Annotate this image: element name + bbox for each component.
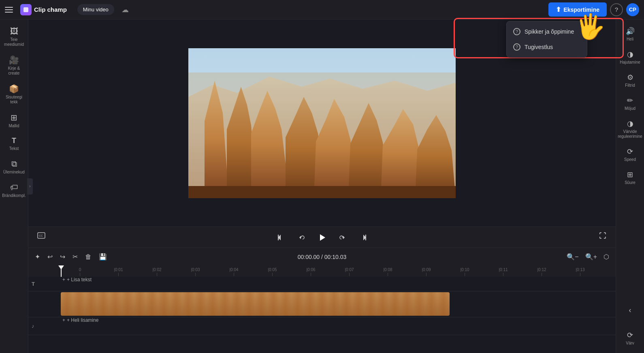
svg-marker-10: [320, 234, 325, 241]
right-sidebar-varvide[interactable]: ◑ Värvide reguleerimine: [617, 116, 643, 142]
sidebar-item-record[interactable]: 🎥 Kirje & create: [2, 52, 26, 79]
video-clip[interactable]: [61, 292, 450, 316]
sidebar-item-brand[interactable]: 🏷 Brändikompl.: [2, 180, 26, 201]
right-sidebar-heli[interactable]: 🔊 Heli: [617, 24, 643, 45]
save-button[interactable]: 💾: [97, 251, 109, 262]
play-icon: [318, 233, 326, 242]
app-logo[interactable]: Clip champ: [20, 4, 67, 15]
video-strip: [61, 292, 450, 316]
varvide-icon: ◑: [627, 119, 633, 128]
tick-11: |0:11: [484, 267, 522, 276]
svg-text:5: 5: [300, 236, 301, 239]
sidebar-item-text[interactable]: T Tekst: [2, 133, 26, 154]
timeline-time: 00:00.00 / 00:10.03: [298, 254, 347, 260]
filtrid-icon: ⚙: [627, 73, 633, 82]
redo-button[interactable]: ↪: [58, 251, 67, 262]
tick-0: 0: [61, 267, 99, 276]
text-track-content[interactable]: + + Lisa tekst: [61, 277, 616, 291]
collapse-icon: ‹: [629, 306, 631, 314]
undo-button[interactable]: ↩: [46, 251, 54, 262]
rewind-button[interactable]: 5: [294, 231, 307, 244]
tick-3: |0:03: [176, 267, 215, 276]
hajutamine-icon: ◑: [627, 50, 633, 59]
record-icon: 🎥: [9, 55, 19, 65]
avatar[interactable]: CP: [626, 3, 639, 16]
help-support-item[interactable]: ? Tugivestlus: [507, 39, 587, 55]
playback-controls: CC 5 5: [28, 227, 616, 248]
help-learn-icon: ?: [513, 28, 520, 35]
timeline-tracks: T + + Lisa tekst: [28, 277, 616, 353]
text-icon: T: [12, 137, 16, 145]
my-video-button[interactable]: Minu video: [77, 4, 114, 15]
forward-icon: 5: [339, 234, 347, 241]
playhead-triangle: [58, 265, 64, 270]
audio-track-content[interactable]: + + Heli lisamine: [61, 317, 616, 335]
play-button[interactable]: [315, 230, 329, 245]
sidebar-collapse-btn[interactable]: ›: [27, 178, 33, 195]
delete-button[interactable]: 🗑: [83, 252, 93, 262]
audio-add-label: + Heli lisamine: [67, 317, 98, 323]
fullscreen-button[interactable]: [596, 229, 609, 242]
right-sidebar-hajutamine[interactable]: ◑ Hajutamine: [617, 47, 643, 68]
mojud-icon: ✏: [627, 96, 633, 105]
skip-forward-button[interactable]: [357, 231, 370, 244]
sidebar-templates-label: Mallid: [9, 124, 19, 128]
timeline-area: ✦ ↩ ↪ ✂ 🗑 💾 00:00.00 / 00:10.03 🔍− 🔍+ ⬡: [28, 248, 616, 353]
svg-text:CC: CC: [39, 234, 43, 237]
tick-13: |0:13: [561, 267, 599, 276]
sidebar-record-label: Kirje & create: [4, 66, 24, 76]
video-frame: [188, 48, 456, 198]
zoom-out-button[interactable]: 🔍−: [565, 251, 580, 262]
media-icon: 🖼: [10, 27, 18, 36]
export-button[interactable]: ⬆ Eksportimine: [548, 2, 607, 17]
help-button[interactable]: ?: [610, 3, 623, 16]
forward-button[interactable]: 5: [337, 231, 350, 244]
canyon-svg: [188, 48, 456, 198]
text-track-add-btn[interactable]: + + Lisa tekst: [61, 277, 616, 282]
help-dropdown: ? Spikker ja õppimine ? Tugivestlus: [506, 21, 587, 58]
varv-icon: ⟳: [627, 331, 633, 340]
filtrid-label: Filtrid: [625, 83, 635, 88]
heli-icon: 🔊: [626, 27, 635, 36]
video-track-row: [28, 291, 616, 317]
right-sidebar-varv[interactable]: ⟳ Värv: [617, 327, 643, 349]
right-sidebar-filtrid[interactable]: ⚙ Filtrid: [617, 70, 643, 91]
right-sidebar-speed[interactable]: ⟳ Speed: [617, 144, 643, 165]
tick-8: |0:08: [369, 267, 407, 276]
sidebar-item-transitions[interactable]: ⧉ Üleminekud: [2, 156, 26, 178]
video-track-label: [28, 291, 61, 317]
tl-right-buttons: 🔍− 🔍+ ⬡: [565, 251, 611, 262]
cc-button[interactable]: CC: [35, 229, 48, 242]
skip-back-button[interactable]: [274, 231, 287, 244]
sidebar-media-label: Teie meediumid: [4, 37, 24, 47]
fit-button[interactable]: ⬡: [602, 251, 611, 262]
hamburger-menu-icon[interactable]: [5, 4, 16, 15]
tick-5: |0:05: [253, 267, 292, 276]
content-icon: 📦: [9, 84, 19, 94]
suure-icon: ⊞: [627, 170, 633, 179]
text-track-type-icon: T: [32, 281, 35, 287]
right-sidebar-collapse-btn[interactable]: ‹: [617, 303, 643, 318]
text-add-label: + Lisa tekst: [67, 277, 92, 282]
transitions-icon: ⧉: [11, 159, 17, 169]
svg-rect-7: [278, 235, 279, 240]
zoom-in-button[interactable]: 🔍+: [584, 251, 599, 262]
right-sidebar-mojud[interactable]: ✏ Möjud: [617, 93, 643, 114]
svg-text:5: 5: [342, 236, 343, 239]
ruler-ticks: 0 |0:01 |0:02 |0:03: [61, 267, 599, 276]
audio-track-add-btn[interactable]: + + Heli lisamine: [61, 317, 616, 323]
sidebar-item-templates[interactable]: ⊞ Mallid: [2, 109, 26, 132]
heli-label: Heli: [627, 37, 633, 42]
sidebar-item-media[interactable]: 🖼 Teie meediumid: [2, 24, 26, 50]
timeline-toolbar: ✦ ↩ ↪ ✂ 🗑 💾 00:00.00 / 00:10.03 🔍− 🔍+ ⬡: [28, 248, 616, 265]
cc-icon: CC: [37, 232, 45, 239]
tick-1: |0:01: [99, 267, 138, 276]
left-sidebar: 🖼 Teie meediumid 🎥 Kirje & create 📦 Sisu…: [0, 19, 28, 353]
hajutamine-label: Hajutamine: [620, 60, 640, 65]
help-support-label: Tugivestlus: [525, 44, 553, 50]
magic-tool-button[interactable]: ✦: [33, 251, 42, 262]
help-learn-item[interactable]: ? Spikker ja õppimine: [507, 24, 587, 39]
sidebar-item-content[interactable]: 📦 Sisuteegi tekk: [2, 81, 26, 108]
right-sidebar-suure[interactable]: ⊞ Sûure: [617, 167, 643, 188]
cut-button[interactable]: ✂: [71, 251, 79, 262]
